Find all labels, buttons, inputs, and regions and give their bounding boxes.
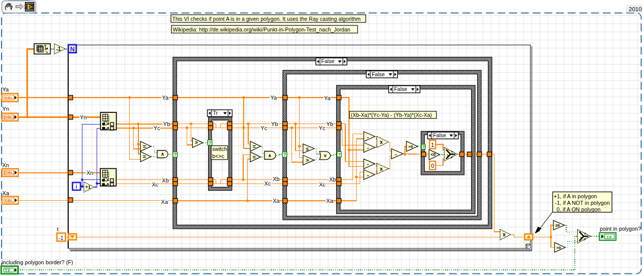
svg-text:-: - [395, 151, 397, 157]
svg-text:DBL: DBL [5, 96, 13, 100]
svg-text:Xb: Xb [329, 176, 336, 182]
svg-text:∧: ∧ [268, 153, 272, 158]
svg-text:=: = [252, 143, 255, 149]
svg-text:switch: switch [212, 146, 227, 152]
svg-text:≤: ≤ [306, 146, 308, 151]
svg-text:0, if A ON polygon: 0, if A ON polygon [557, 206, 600, 212]
svg-text:including polygon border? (F): including polygon border? (F) [2, 259, 73, 265]
svg-text:≥0: ≥0 [555, 223, 560, 228]
svg-text:i: i [76, 183, 77, 190]
svg-text:Yb: Yb [163, 121, 170, 127]
svg-text:DBL: DBL [5, 198, 14, 203]
svg-text:+1, if A in polygon: +1, if A in polygon [554, 193, 597, 199]
svg-text:False: False [372, 71, 385, 77]
svg-text:t: t [57, 226, 58, 232]
svg-text:?: ? [209, 140, 212, 145]
svg-text:Xc: Xc [265, 180, 271, 187]
svg-text:x: x [503, 232, 506, 237]
svg-text:Wikipedia: http://de.wikipedia: Wikipedia: http://de.wikipedia.org/wiki/… [173, 26, 350, 33]
svg-text:+1: +1 [85, 185, 91, 190]
svg-text:-: - [367, 134, 369, 140]
svg-text:F: F [584, 238, 586, 241]
svg-text:point in polygon?: point in polygon? [600, 226, 641, 232]
svg-text:Xb: Xb [162, 177, 168, 183]
svg-text:Yn: Yn [3, 106, 9, 112]
svg-text:?: ? [422, 144, 425, 149]
svg-text:1: 1 [431, 142, 434, 148]
svg-text:>: > [306, 158, 309, 163]
svg-text:Xb: Xb [273, 176, 279, 182]
svg-text:Ya: Ya [270, 95, 277, 101]
svg-text:Ya: Ya [162, 95, 169, 101]
svg-text:Yc: Yc [319, 125, 326, 131]
svg-text:Xn: Xn [3, 162, 9, 168]
svg-text:TF: TF [5, 268, 11, 273]
svg-text:False: False [321, 58, 335, 64]
svg-text:[DBL]: [DBL] [4, 115, 15, 119]
svg-text:-: - [367, 161, 369, 167]
svg-text:2010: 2010 [629, 6, 642, 12]
svg-text:False: False [394, 86, 407, 92]
svg-text:Xn: Xn [86, 170, 93, 176]
svg-text:?: ? [174, 152, 177, 157]
svg-text:T: T [584, 232, 586, 235]
svg-text:-: - [367, 172, 369, 178]
svg-text:?: ? [447, 154, 449, 158]
svg-text:Yb: Yb [271, 121, 278, 127]
svg-text:Yc: Yc [154, 125, 160, 131]
svg-text:0: 0 [431, 163, 434, 169]
svg-text:(Xb-Xa)*(Yc-Ya) - (Yb-Ya)*(Xc-: (Xb-Xa)*(Yc-Ya) - (Yb-Ya)*(Xc-Xa) [351, 112, 432, 118]
svg-text:-1, if A NOT in polygon: -1, if A NOT in polygon [555, 200, 610, 206]
svg-text:-1: -1 [58, 235, 63, 241]
svg-text:?: ? [338, 152, 341, 157]
svg-text:This VI checks if point A is i: This VI checks if point A is in a given … [172, 16, 361, 22]
svg-text:Yc: Yc [260, 125, 267, 131]
svg-text:x: x [380, 139, 383, 145]
svg-text:F: F [451, 156, 453, 159]
svg-text:Xa: Xa [326, 198, 333, 204]
svg-text:Xa: Xa [273, 198, 280, 204]
svg-text:=: = [143, 154, 146, 160]
svg-text:>0: >0 [557, 246, 562, 250]
svg-text:TF: TF [606, 235, 612, 239]
svg-text:=: = [252, 154, 255, 160]
svg-text:v: v [324, 153, 327, 158]
svg-text:Yn: Yn [80, 114, 86, 120]
svg-text:Tr: Tr [213, 110, 218, 116]
svg-text:False: False [433, 132, 446, 138]
svg-text:Xa: Xa [161, 199, 168, 205]
svg-text:?: ? [283, 152, 286, 157]
svg-text:-1: -1 [56, 46, 61, 52]
svg-text:Xc: Xc [319, 181, 326, 188]
svg-text:Ya: Ya [3, 86, 10, 93]
svg-text:-: - [367, 144, 369, 150]
svg-text:N: N [70, 46, 75, 53]
svg-text:Xc: Xc [152, 181, 158, 188]
svg-text:=: = [143, 143, 146, 149]
svg-text:Ya: Ya [324, 95, 331, 101]
svg-text:∧: ∧ [161, 151, 164, 157]
svg-text:?: ? [580, 236, 582, 240]
svg-text:[DBL]: [DBL] [4, 170, 15, 175]
svg-text:b<>c: b<>c [212, 153, 224, 159]
svg-text:x: x [380, 166, 383, 172]
svg-text:Xa: Xa [3, 190, 10, 196]
svg-text:<0: <0 [431, 152, 436, 157]
svg-text:>0: >0 [408, 144, 414, 149]
svg-text:>: > [195, 140, 198, 145]
svg-text:T: T [451, 150, 453, 154]
svg-text:Yb: Yb [326, 121, 333, 127]
